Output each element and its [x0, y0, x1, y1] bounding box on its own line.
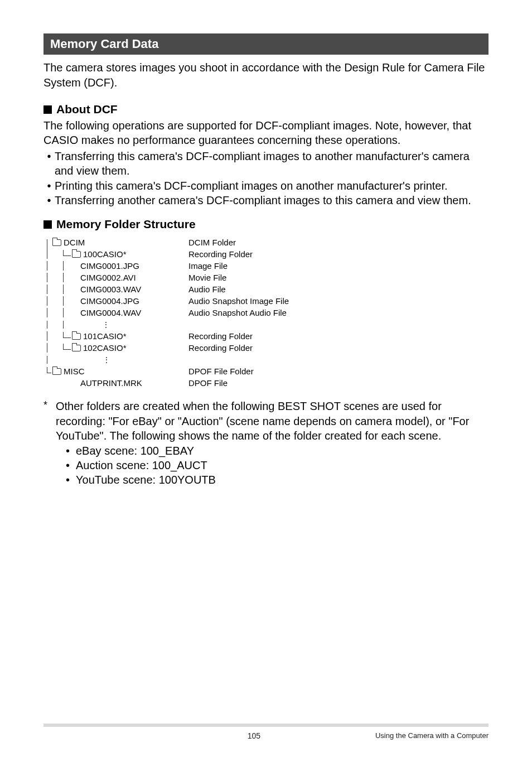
tree-row: CIMG0004.JPG Audio Snapshot Image File — [43, 295, 489, 307]
tree-row: CIMG0004.WAV Audio Snapshot Audio File — [43, 307, 489, 319]
tree-row: 102CASIO * Recording Folder — [43, 342, 489, 354]
vertical-dots-icon: ⋮ — [102, 356, 109, 364]
tree-desc: DPOF File — [188, 378, 228, 388]
bullet-dot-icon: • — [66, 458, 76, 472]
list-item-text: Transferring this camera's DCF-compliant… — [55, 149, 489, 179]
tree-row: 100CASIO * Recording Folder — [43, 248, 489, 260]
tree-row: DCIM DCIM Folder — [43, 237, 489, 248]
folder-structure-heading-text: Memory Folder Structure — [56, 218, 196, 231]
tree-name: DCIM — [64, 238, 85, 247]
about-dcf-text: The following operations are supported f… — [43, 118, 489, 148]
bullet-dot-icon: • — [66, 472, 76, 487]
tree-name: 100CASIO — [83, 249, 123, 259]
folder-icon — [72, 345, 81, 351]
bullet-dot-icon: • — [43, 193, 55, 208]
tree-desc: DCIM Folder — [188, 238, 236, 247]
list-item-text: Auction scene: 100_AUCT — [76, 458, 207, 472]
tree-desc: Recording Folder — [188, 343, 253, 353]
folder-icon — [72, 333, 81, 340]
folder-icon — [52, 239, 61, 246]
list-item-text: Printing this camera's DCF-compliant ima… — [55, 179, 448, 193]
footer-divider — [43, 724, 489, 727]
vertical-dots-icon: ⋮ — [101, 321, 108, 329]
square-bullet-icon — [43, 105, 52, 114]
list-item: •Transferring this camera's DCF-complian… — [43, 149, 489, 179]
tree-name: 101CASIO — [83, 331, 123, 341]
tree-name: AUTPRINT.MRK — [80, 378, 142, 388]
tree-row: CIMG0002.AVI Movie File — [43, 272, 489, 283]
tree-row: AUTPRINT.MRK DPOF File — [43, 377, 489, 389]
tree-row: CIMG0003.WAV Audio File — [43, 283, 489, 295]
footer-section-name: Using the Camera with a Computer — [266, 731, 489, 740]
section-title: Memory Card Data — [43, 33, 489, 55]
list-item: •YouTube scene: 100YOUTB — [66, 472, 489, 487]
tree-desc: Audio Snapshot Audio File — [188, 308, 287, 317]
page-number: 105 — [43, 731, 266, 740]
folder-structure-heading: Memory Folder Structure — [43, 218, 489, 231]
footnote-list: •eBay scene: 100_EBAY •Auction scene: 10… — [43, 443, 489, 488]
tree-star: * — [123, 249, 127, 259]
folder-tree: DCIM DCIM Folder 100CASIO * Recording Fo… — [43, 237, 489, 389]
tree-row: 101CASIO * Recording Folder — [43, 330, 489, 342]
about-dcf-heading: About DCF — [43, 103, 489, 116]
tree-desc: Audio Snapshot Image File — [188, 296, 289, 306]
folder-icon — [52, 368, 61, 375]
tree-name: CIMG0002.AVI — [80, 273, 136, 282]
tree-name: 102CASIO — [83, 343, 123, 353]
about-dcf-heading-text: About DCF — [56, 103, 118, 116]
tree-name: MISC — [64, 367, 85, 376]
tree-star: * — [123, 343, 127, 353]
footnote: * Other folders are created when the fol… — [43, 399, 489, 487]
list-item: •Auction scene: 100_AUCT — [66, 458, 489, 472]
tree-name: CIMG0004.JPG — [80, 296, 139, 306]
tree-desc: Movie File — [188, 273, 226, 282]
tree-star: * — [123, 331, 127, 341]
tree-name: CIMG0001.JPG — [80, 261, 139, 271]
footnote-star: * — [43, 399, 56, 443]
about-dcf-list: •Transferring this camera's DCF-complian… — [43, 149, 489, 208]
list-item-text: Transferring another camera's DCF-compli… — [55, 193, 471, 208]
tree-desc: DPOF File Folder — [188, 367, 254, 376]
tree-name: CIMG0003.WAV — [80, 285, 141, 294]
tree-name: CIMG0004.WAV — [80, 308, 141, 317]
list-item-text: YouTube scene: 100YOUTB — [76, 472, 216, 487]
intro-text: The camera stores images you shoot in ac… — [43, 60, 489, 90]
tree-row: ⋮ — [43, 354, 489, 365]
folder-icon — [72, 251, 81, 258]
tree-desc: Recording Folder — [188, 249, 253, 259]
footer: 105 Using the Camera with a Computer — [0, 724, 532, 740]
tree-row: CIMG0001.JPG Image File — [43, 260, 489, 272]
square-bullet-icon — [43, 220, 52, 229]
bullet-dot-icon: • — [43, 149, 55, 179]
bullet-dot-icon: • — [43, 179, 55, 193]
tree-desc: Audio File — [188, 285, 226, 294]
footnote-text: Other folders are created when the follo… — [56, 399, 489, 443]
list-item-text: eBay scene: 100_EBAY — [76, 443, 194, 458]
tree-row: MISC DPOF File Folder — [43, 365, 489, 377]
tree-row: ⋮ — [43, 319, 489, 330]
list-item: •eBay scene: 100_EBAY — [66, 443, 489, 458]
tree-desc: Recording Folder — [188, 331, 253, 341]
bullet-dot-icon: • — [66, 443, 76, 458]
list-item: •Transferring another camera's DCF-compl… — [43, 193, 489, 208]
list-item: •Printing this camera's DCF-compliant im… — [43, 179, 489, 193]
tree-desc: Image File — [188, 261, 228, 271]
